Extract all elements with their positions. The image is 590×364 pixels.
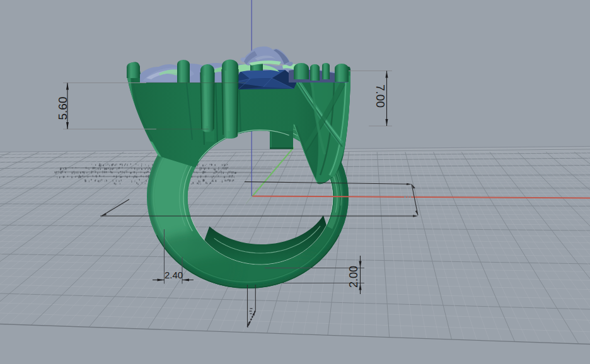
svg-text:7.00: 7.00 — [374, 84, 387, 108]
svg-text:2.00: 2.00 — [347, 266, 360, 288]
svg-text:5.60: 5.60 — [56, 97, 69, 120]
svg-text:2.40: 2.40 — [165, 270, 183, 280]
